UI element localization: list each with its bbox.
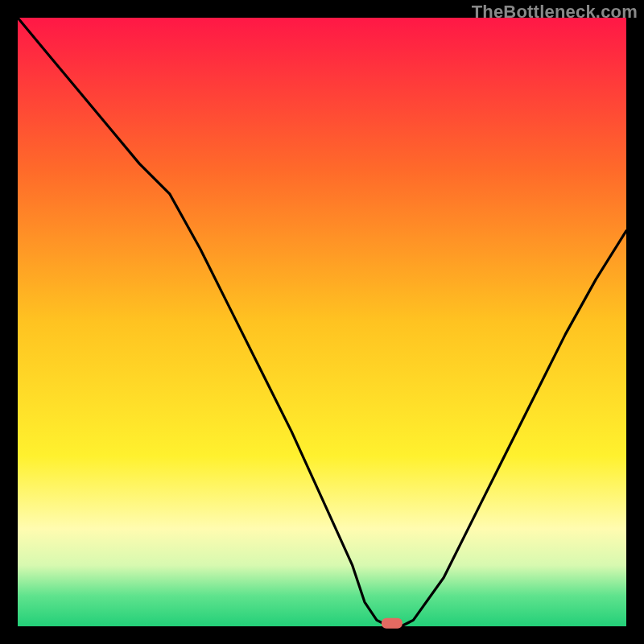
chart-container: { "watermark": "TheBottleneck.com", "cha…: [0, 0, 644, 644]
optimal-point-marker: [382, 618, 402, 629]
bottleneck-chart: [0, 0, 644, 644]
plot-area: [18, 18, 626, 626]
watermark-text: TheBottleneck.com: [472, 2, 638, 23]
